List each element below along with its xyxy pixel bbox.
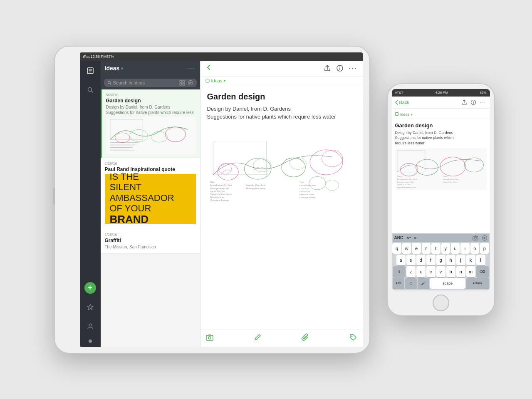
key-e[interactable]: e	[412, 243, 421, 254]
key-t[interactable]: t	[431, 243, 440, 254]
note-item-date-2: 1/28/16	[105, 161, 196, 166]
note-item-date-3: 1/28/16	[105, 233, 196, 237]
ipad-side-button	[53, 188, 55, 205]
grid-view-icon[interactable]	[179, 80, 185, 86]
iphone-back-button[interactable]: Back	[395, 100, 409, 105]
iphone-info-icon[interactable]	[470, 99, 476, 105]
key-s[interactable]: s	[406, 255, 416, 265]
key-j[interactable]: j	[456, 255, 465, 265]
key-m[interactable]: m	[466, 266, 475, 277]
key-v[interactable]: v	[436, 266, 445, 277]
iphone-home-button[interactable]	[433, 295, 449, 311]
key-k[interactable]: k	[466, 255, 475, 265]
sidebar-icon-star[interactable]	[84, 301, 96, 313]
paul-rand-yellow-card: IS THESILENTAMBASSADOROF YOUR BRAND	[105, 174, 196, 224]
ipad-screen: iPad 12:56 PM 57%	[80, 52, 363, 347]
key-delete[interactable]: ⌫	[476, 266, 489, 277]
key-d[interactable]: d	[416, 255, 426, 265]
key-g[interactable]: g	[436, 255, 445, 265]
garden-sketch-large: Titan Leucadendron Gro Stern Leucospermu…	[207, 126, 356, 218]
svg-point-21	[165, 127, 186, 141]
key-q[interactable]: q	[392, 243, 401, 254]
info-icon[interactable]	[336, 64, 344, 72]
key-w[interactable]: w	[402, 243, 411, 254]
sidebar-icon-notes[interactable]	[84, 65, 96, 77]
sidebar-icon-person[interactable]	[84, 320, 96, 332]
iphone-share-icon[interactable]	[461, 99, 467, 105]
svg-text:Titan: Titan	[397, 175, 401, 177]
paul-rand-bold-text: BRAND	[110, 213, 191, 226]
svg-rect-10	[180, 80, 182, 82]
clip-toolbar-icon[interactable]	[301, 333, 309, 344]
key-r[interactable]: r	[422, 243, 431, 254]
key-i[interactable]: i	[460, 243, 469, 254]
sidebar-icon-search[interactable]	[84, 84, 96, 96]
pen-toolbar-icon[interactable]	[253, 333, 262, 344]
iphone-status-bar: AT&T 4:28 PM 82%	[392, 89, 490, 97]
back-chevron-icon	[395, 100, 398, 105]
note-list-more-button[interactable]: ···	[187, 64, 195, 73]
key-return[interactable]: return	[466, 278, 489, 289]
keyboard-row-3: ⇧ z x c v b n m ⌫	[393, 266, 489, 277]
scene: iPad 12:56 PM 57%	[37, 33, 495, 366]
svg-point-50	[309, 176, 325, 190]
key-a[interactable]: a	[396, 255, 406, 265]
iphone-breadcrumb-chevron[interactable]: ▾	[411, 113, 413, 116]
key-shift[interactable]: ⇧	[393, 266, 406, 277]
svg-point-40	[322, 150, 342, 166]
keyboard-tool-list[interactable]: ≡	[414, 235, 417, 240]
svg-text:Lavender Silver Anow: Lavender Silver Anow	[245, 184, 266, 186]
keyboard-camera-icon[interactable]	[473, 235, 478, 241]
key-l[interactable]: l	[476, 255, 485, 265]
key-c[interactable]: c	[426, 266, 435, 277]
svg-point-30	[340, 67, 341, 67]
key-emoji[interactable]: ☺	[405, 278, 417, 289]
note-item-paul-rand[interactable]: 1/28/16 Paul Rand inspirational quote IS…	[101, 158, 200, 229]
share-icon[interactable]	[324, 64, 331, 72]
tag-toolbar-icon[interactable]	[349, 333, 357, 344]
iphone-time: 4:28 PM	[435, 91, 448, 94]
svg-point-14	[188, 80, 193, 85]
note-detail-body: Design by Daniel, from D. Gardens Sugges…	[207, 105, 356, 121]
svg-rect-11	[183, 80, 185, 82]
key-f[interactable]: f	[426, 255, 435, 265]
sidebar-add-button[interactable]: +	[84, 282, 96, 294]
key-n[interactable]: n	[456, 266, 465, 277]
sort-icon[interactable]	[188, 80, 193, 86]
key-u[interactable]: u	[451, 243, 460, 254]
svg-text:Titan: Titan	[210, 181, 215, 183]
note-detail-title: Garden design	[207, 92, 356, 102]
note-items-list: 5/20/16 Garden design Design by Daniel, …	[101, 89, 200, 347]
breadcrumb-chevron-icon[interactable]: ▾	[224, 79, 226, 83]
key-h[interactable]: h	[446, 255, 455, 265]
keyboard-plus-icon[interactable]	[482, 235, 487, 241]
note-list-chevron[interactable]: ▾	[121, 66, 123, 71]
svg-point-67	[416, 159, 438, 175]
note-detail-toolbar	[200, 330, 363, 347]
svg-rect-78	[473, 236, 478, 240]
svg-rect-13	[183, 83, 185, 85]
iphone-more-icon[interactable]: ···	[480, 99, 486, 106]
key-p[interactable]: p	[480, 243, 489, 254]
keyboard-row-1: q w e r t y u i o p	[393, 243, 489, 254]
key-space[interactable]: space	[430, 278, 465, 289]
camera-toolbar-icon[interactable]	[205, 333, 214, 344]
note-item-preview-1: Design by Daniel, from D. GardensSuggest…	[106, 104, 196, 115]
keyboard-tool-font[interactable]: Aᵃ	[406, 236, 411, 240]
svg-point-36	[253, 159, 271, 172]
key-o[interactable]: o	[470, 243, 479, 254]
svg-point-37	[282, 158, 305, 177]
back-arrow-icon[interactable]	[205, 64, 212, 72]
note-item-graffiti[interactable]: 1/28/16 Graffiti The Mission, San Franci…	[101, 229, 200, 253]
svg-text:Leucp Chin. Gem: Leucp Chin. Gem	[442, 181, 457, 183]
note-item-date-1: 5/20/16	[106, 93, 196, 97]
key-b[interactable]: b	[446, 266, 455, 277]
key-z[interactable]: z	[406, 266, 416, 277]
keyboard-tool-abc[interactable]: ABC	[394, 235, 403, 240]
key-numbers[interactable]: 123	[393, 278, 404, 289]
key-mic[interactable]: 🎤	[418, 278, 429, 289]
note-item-garden-design[interactable]: 5/20/16 Garden design Design by Daniel, …	[101, 89, 200, 158]
key-y[interactable]: y	[441, 243, 450, 254]
more-options-icon[interactable]: ···	[349, 64, 357, 73]
key-x[interactable]: x	[416, 266, 426, 277]
